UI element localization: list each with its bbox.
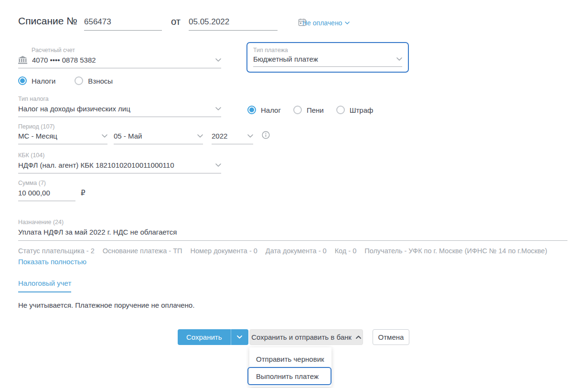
chevron-down-icon <box>215 163 221 167</box>
radio-selected-icon <box>247 106 256 114</box>
radio-taxes[interactable]: Налоги <box>18 76 55 85</box>
payment-details-summary: Статус плательщика - 2Основание платежа … <box>18 247 567 255</box>
payment-status-label: Не оплачено <box>302 19 342 27</box>
period-year-select[interactable]: 2022 <box>212 132 253 144</box>
payment-type-label: Тип платежа <box>253 47 402 54</box>
detail-doc-date: Дата документа - 0 <box>266 247 327 255</box>
chevron-down-icon <box>237 335 242 339</box>
kbk-field: КБК (104) НДФЛ (нал. агент) КБК 18210102… <box>18 152 221 173</box>
radio-fine-label: Штраф <box>350 106 374 114</box>
tab-tax-accounting[interactable]: Налоговый учет <box>18 279 71 292</box>
detail-code: Код - 0 <box>335 247 357 255</box>
payment-form-page: Списание № от Не оплачено Расчетный счет… <box>0 0 588 388</box>
show-more-label: Показать полностью <box>18 258 86 266</box>
amount-field: Сумма (7) ₽ <box>18 180 86 201</box>
chevron-down-icon <box>215 107 221 110</box>
period-year-value: 2022 <box>212 132 244 140</box>
payment-type-value: Бюджетный платеж <box>253 55 393 63</box>
chevron-down-icon <box>197 134 203 138</box>
kbk-label: КБК (104) <box>18 152 221 159</box>
period-label: Период (107) <box>18 123 55 130</box>
tax-type-value: Налог на доходы физических лиц <box>18 105 212 113</box>
amount-label: Сумма (7) <box>18 180 86 186</box>
save-button-label: Сохранить <box>186 333 222 341</box>
kbk-value: НДФЛ (нал. агент) КБК 182101020100110001… <box>18 161 212 169</box>
tax-type-select[interactable]: Налог на доходы физических лиц <box>18 105 221 117</box>
menu-item-execute-payment[interactable]: Выполнить платеж <box>247 367 331 385</box>
radio-penalty[interactable]: Пени <box>293 106 324 114</box>
chevron-down-icon <box>102 134 107 138</box>
account-label: Расчетный счет <box>32 47 221 54</box>
chevron-down-icon <box>247 134 253 138</box>
payment-status-dropdown[interactable]: Не оплачено <box>302 19 350 27</box>
period-month-select[interactable]: 05 - Май <box>114 132 203 144</box>
radio-tax[interactable]: Налог <box>247 106 281 114</box>
document-number-field[interactable] <box>84 17 162 31</box>
document-date-field[interactable] <box>189 17 278 31</box>
purpose-field: Назначение (24) <box>18 219 567 241</box>
menu-item-execute-payment-label: Выполнить платеж <box>256 372 319 380</box>
chevron-down-icon <box>345 22 350 24</box>
tab-tax-accounting-label: Налоговый учет <box>18 279 71 287</box>
show-more-link[interactable]: Показать полностью <box>18 258 86 266</box>
account-field: Расчетный счет 4070 •••• 0878 5382 <box>18 47 221 68</box>
currency-symbol: ₽ <box>81 189 86 197</box>
radio-taxes-label: Налоги <box>32 77 55 85</box>
date-from-label: от <box>171 16 181 27</box>
radio-contributions[interactable]: Взносы <box>75 76 113 85</box>
radio-penalty-label: Пени <box>307 106 324 114</box>
account-value: 4070 •••• 0878 5382 <box>32 56 212 64</box>
detail-payment-basis: Основание платежа - ТП <box>103 247 182 255</box>
tax-accounting-note: Не учитывается. Платежное поручение не о… <box>18 301 194 309</box>
radio-unselected-icon <box>75 76 83 85</box>
send-options-menu: Отправить черновик Выполнить платеж <box>249 347 331 387</box>
period-month-value: 05 - Май <box>114 132 193 140</box>
info-icon[interactable] <box>262 131 270 139</box>
period-unit-select[interactable]: МС - Месяц <box>18 132 107 144</box>
payment-type-select[interactable]: Бюджетный платеж <box>253 55 402 67</box>
amount-input[interactable] <box>18 189 75 201</box>
cancel-button-label: Отмена <box>378 333 404 341</box>
radio-unselected-icon <box>336 106 345 114</box>
save-and-send-button[interactable]: Сохранить и отправить в банк <box>249 329 363 345</box>
kbk-select[interactable]: НДФЛ (нал. агент) КБК 182101020100110001… <box>18 161 221 173</box>
category-radio-group: Налоги Взносы <box>18 76 113 85</box>
kind-radio-group: Налог Пени Штраф <box>247 106 373 114</box>
bank-icon <box>18 56 27 64</box>
radio-contributions-label: Взносы <box>88 77 113 85</box>
tax-type-label: Тип налога <box>18 96 221 102</box>
detail-payer-status: Статус плательщика - 2 <box>18 247 95 255</box>
purpose-label: Назначение (24) <box>18 219 567 226</box>
radio-fine[interactable]: Штраф <box>336 106 374 114</box>
radio-selected-icon <box>18 76 27 85</box>
menu-item-send-draft-label: Отправить черновик <box>256 355 324 363</box>
purpose-input[interactable] <box>18 228 567 241</box>
page-title: Списание № <box>18 15 77 27</box>
payment-type-field-focused: Тип платежа Бюджетный платеж <box>246 42 409 73</box>
detail-recipient: Получатель - УФК по г. Москве (ИФНС № 14… <box>364 247 547 255</box>
period-unit-value: МС - Месяц <box>18 132 98 140</box>
save-and-send-label: Сохранить и отправить в банк <box>251 333 352 341</box>
radio-tax-label: Налог <box>261 106 281 114</box>
account-select[interactable]: 4070 •••• 0878 5382 <box>18 56 221 68</box>
chevron-down-icon <box>215 58 221 62</box>
radio-unselected-icon <box>293 106 302 114</box>
menu-item-send-draft[interactable]: Отправить черновик <box>249 351 331 367</box>
document-date-input[interactable] <box>189 17 294 27</box>
detail-doc-number: Номер документа - 0 <box>191 247 257 255</box>
save-button[interactable]: Сохранить <box>178 329 231 345</box>
cancel-button[interactable]: Отмена <box>373 329 409 345</box>
tax-type-field: Тип налога Налог на доходы физических ли… <box>18 96 221 117</box>
save-split-button: Сохранить <box>178 329 248 345</box>
chevron-down-icon <box>396 57 402 61</box>
save-options-toggle[interactable] <box>231 329 248 345</box>
chevron-up-icon <box>356 335 361 339</box>
